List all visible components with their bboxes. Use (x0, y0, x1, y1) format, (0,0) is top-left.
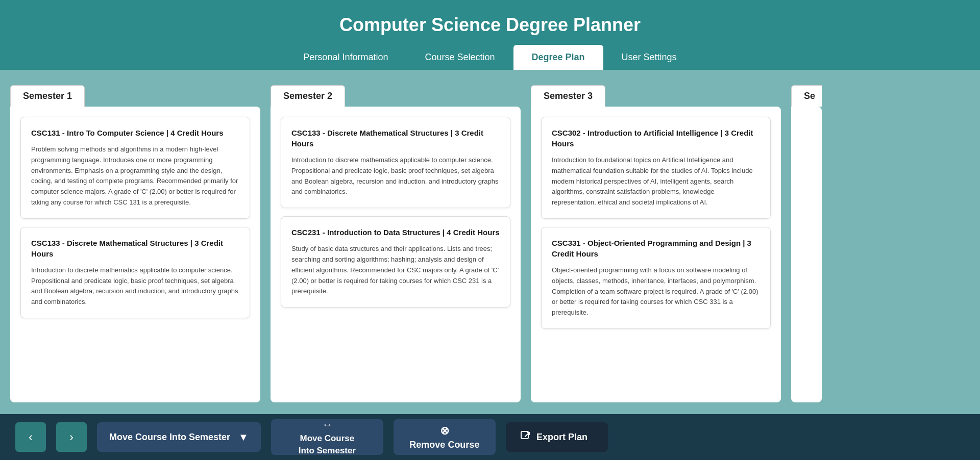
semesters-container: Semester 1 CSC131 - Intro To Computer Sc… (10, 85, 970, 402)
move-course-dropdown-label: Move Course Into Semester (109, 432, 230, 443)
course-card-csc231[interactable]: CSC231 - Introduction to Data Structures… (281, 216, 510, 308)
semester-column-3: Semester 3 CSC302 - Introduction to Arti… (531, 85, 781, 402)
semester-1-tab[interactable]: Semester 1 (10, 85, 85, 107)
footer: ‹ › Move Course Into Semester ▼ ↔ Move C… (0, 414, 980, 460)
nav-item-degree-plan[interactable]: Degree Plan (513, 45, 603, 70)
chevron-down-icon: ▼ (238, 431, 249, 443)
export-plan-label: Export Plan (536, 432, 587, 443)
remove-course-button[interactable]: ⊗ Remove Course (394, 419, 496, 455)
course-title-csc331: CSC331 - Object-Oriented Programming and… (552, 238, 760, 259)
export-plan-button[interactable]: Export Plan (506, 422, 608, 452)
header: Computer Science Degree Planner Personal… (0, 0, 980, 70)
course-title-csc231: CSC231 - Introduction to Data Structures… (291, 227, 500, 238)
course-desc-csc131: Problem solving methods and algorithms i… (31, 144, 239, 208)
move-course-dropdown-button[interactable]: Move Course Into Semester ▼ (97, 422, 261, 452)
move-course-btn-line1: Move Course (300, 433, 355, 444)
course-card-csc133-s1[interactable]: CSC133 - Discrete Mathematical Structure… (20, 227, 250, 318)
nav-bar: Personal Information Course Selection De… (0, 45, 980, 70)
semester-column-1: Semester 1 CSC131 - Intro To Computer Sc… (10, 85, 260, 402)
prev-icon: ‹ (29, 430, 33, 444)
nav-item-personal-info[interactable]: Personal Information (285, 45, 406, 70)
semester-2-body: CSC133 - Discrete Mathematical Structure… (271, 107, 521, 402)
next-button[interactable]: › (56, 422, 87, 452)
course-desc-csc133-s1: Introduction to discrete mathematics app… (31, 265, 239, 308)
course-card-csc131[interactable]: CSC131 - Intro To Computer Science | 4 C… (20, 117, 250, 219)
semester-3-body: CSC302 - Introduction to Artificial Inte… (531, 107, 781, 402)
course-title-csc133-s2: CSC133 - Discrete Mathematical Structure… (291, 127, 500, 149)
semester-2-tab[interactable]: Semester 2 (271, 85, 345, 107)
course-desc-csc231: Study of basic data structures and their… (291, 244, 500, 297)
course-title-csc133-s1: CSC133 - Discrete Mathematical Structure… (31, 238, 239, 259)
semester-column-2: Semester 2 CSC133 - Discrete Mathematica… (271, 85, 521, 402)
main-content: Semester 1 CSC131 - Intro To Computer Sc… (0, 70, 980, 453)
nav-item-course-selection[interactable]: Course Selection (406, 45, 513, 70)
semester-3-tab[interactable]: Semester 3 (531, 85, 605, 107)
nav-item-user-settings[interactable]: User Settings (603, 45, 695, 70)
course-title-csc302: CSC302 - Introduction to Artificial Inte… (552, 127, 760, 149)
export-icon (520, 430, 531, 444)
semester-4-body (791, 107, 822, 402)
app-title: Computer Science Degree Planner (0, 9, 980, 45)
course-title-csc131: CSC131 - Intro To Computer Science | 4 C… (31, 127, 239, 138)
semester-column-4: Se (791, 85, 822, 402)
course-card-csc302[interactable]: CSC302 - Introduction to Artificial Inte… (541, 117, 771, 219)
next-icon: › (69, 430, 74, 444)
semester-4-tab[interactable]: Se (791, 85, 822, 107)
move-course-semester-button[interactable]: ↔ Move Course Into Semester (271, 419, 383, 455)
course-card-csc133-s2[interactable]: CSC133 - Discrete Mathematical Structure… (281, 117, 510, 208)
semester-1-body: CSC131 - Intro To Computer Science | 4 C… (10, 107, 260, 402)
course-desc-csc331: Object-oriented programming with a focus… (552, 265, 760, 318)
course-desc-csc133-s2: Introduction to discrete mathematics app… (291, 155, 500, 197)
course-card-csc331[interactable]: CSC331 - Object-Oriented Programming and… (541, 227, 771, 329)
move-arrow-icon: ↔ (322, 418, 332, 431)
prev-button[interactable]: ‹ (15, 422, 46, 452)
course-desc-csc302: Introduction to foundational topics on A… (552, 155, 760, 208)
remove-course-label: Remove Course (409, 440, 479, 450)
move-course-btn-line2: Into Semester (299, 445, 356, 456)
remove-icon: ⊗ (440, 424, 449, 438)
